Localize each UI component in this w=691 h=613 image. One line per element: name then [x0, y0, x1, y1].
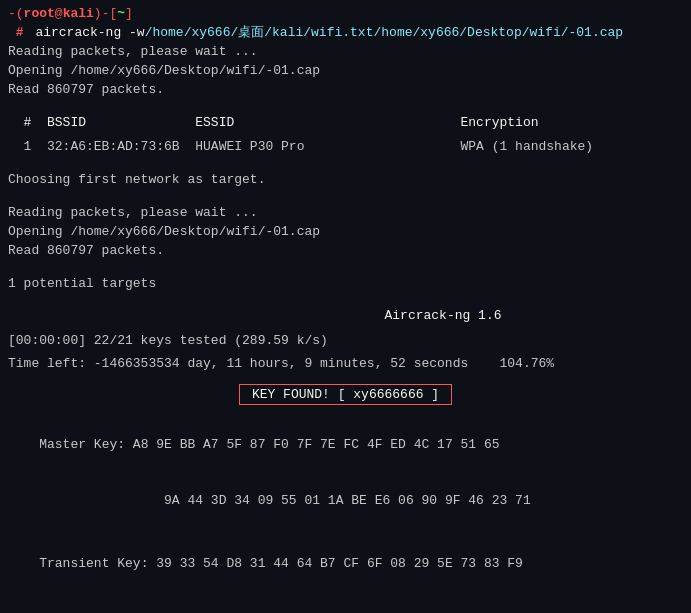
choosing-line: Choosing first network as target. [8, 171, 683, 190]
table-header: # BSSID ESSID Encryption [8, 114, 683, 133]
output2-line-1: Reading packets, please wait ... [8, 204, 683, 223]
transient-key-row1: Transient Key: 39 33 54 D8 31 44 64 B7 C… [8, 536, 683, 593]
table-row: 1 32:A6:EB:AD:73:6B HUAWEI P30 Pro WPA (… [8, 138, 683, 157]
blank-9 [8, 374, 683, 380]
key-found-box: KEY FOUND! [ xy6666666 ] [239, 384, 452, 405]
master-key-row2: 9A 44 3D 34 09 55 01 1A BE E6 06 90 9F 4… [8, 474, 683, 531]
cmd-path1: /home/xy666/桌面/kali/wifi.txt [145, 23, 374, 41]
blank-10 [8, 409, 683, 417]
blank-4 [8, 190, 683, 204]
master-key-val2: 9A 44 3D 34 09 55 01 1A BE E6 06 90 9F 4… [148, 493, 530, 508]
master-key-row1: Master Key: A8 9E BB A7 5F 87 F0 7F 7E F… [8, 417, 683, 474]
keys-tested: [00:00:00] 22/21 keys tested (289.59 k/s… [8, 332, 683, 351]
output-line-3: Read 860797 packets. [8, 81, 683, 100]
key-found-container: KEY FOUND! [ xy6666666 ] [8, 384, 683, 405]
aircrack-title: Aircrack-ng 1.6 [8, 307, 683, 326]
master-key-val1: : A8 9E BB A7 5F 87 F0 7F 7E FC 4F ED 4C… [117, 437, 499, 452]
prompt-at: @ [55, 6, 63, 21]
prompt-dash-right: )-[ [94, 6, 117, 21]
prompt-line: -(root@kali)-[~] [8, 6, 683, 21]
cmd-base: aircrack-ng -w [28, 25, 145, 40]
output-line-2: Opening /home/xy666/Desktop/wifi/-01.cap [8, 62, 683, 81]
potential-targets: 1 potential targets [8, 275, 683, 294]
transient-key-val1: : 39 33 54 D8 31 44 64 B7 CF 6F 08 29 5E… [141, 556, 523, 571]
output2-line-2: Opening /home/xy666/Desktop/wifi/-01.cap [8, 223, 683, 242]
transient-key-row2: 21 05 D4 A3 60 90 CD 56 41 73 92 7F DA 6… [8, 593, 683, 613]
prompt-dash-left: -( [8, 6, 24, 21]
prompt-dir: ~ [117, 6, 125, 21]
master-key-indent [39, 493, 148, 508]
command-line: # aircrack-ng -w /home/xy666/桌面/kali/wif… [8, 23, 683, 41]
master-key-label: Master Key [39, 437, 117, 452]
output-line-1: Reading packets, please wait ... [8, 43, 683, 62]
terminal: -(root@kali)-[~] # aircrack-ng -w /home/… [0, 0, 691, 613]
prompt-arrow: # [8, 25, 24, 40]
time-left: Time left: -1466353534 day, 11 hours, 9 … [8, 355, 683, 374]
cmd-path2: /home/xy666/Desktop/wifi/-01.cap [373, 25, 623, 40]
prompt-user: root [24, 6, 55, 21]
blank-6 [8, 293, 683, 307]
prompt-host: kali [63, 6, 94, 21]
blank-1 [8, 100, 683, 114]
blank-5 [8, 261, 683, 275]
transient-key-label: Transient Key [39, 556, 140, 571]
prompt-bracket-close: ] [125, 6, 133, 21]
output2-line-3: Read 860797 packets. [8, 242, 683, 261]
blank-3 [8, 157, 683, 171]
